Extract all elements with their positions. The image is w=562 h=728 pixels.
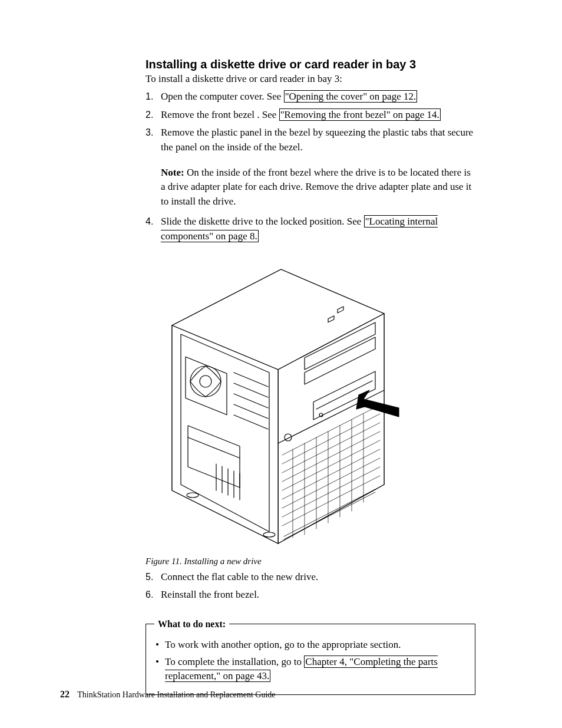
step-text: Reinstall the front bezel. <box>161 589 259 600</box>
nextbox-text: To complete the installation, go to <box>165 656 304 667</box>
document-page: Installing a diskette drive or card read… <box>0 0 562 728</box>
note-label: Note: <box>161 167 184 178</box>
intro-text: To install a diskette drive or card read… <box>146 73 475 86</box>
note-block: Note: On the inside of the front bezel w… <box>161 166 475 209</box>
step-text: Connect the flat cable to the new drive. <box>161 571 318 582</box>
step-number: 4. <box>146 215 153 228</box>
step-1: 1. Open the computer cover. See "Opening… <box>146 90 475 104</box>
page-content: Installing a diskette drive or card read… <box>146 58 475 695</box>
doc-title: ThinkStation Hardware Installation and R… <box>77 690 275 699</box>
step-number: 1. <box>146 90 153 103</box>
page-number: 22 <box>60 689 70 699</box>
procedure-list-continued: 5. Connect the flat cable to the new dri… <box>146 570 475 602</box>
step-2: 2. Remove the front bezel . See "Removin… <box>146 108 475 123</box>
step-text: Remove the front bezel . See <box>161 109 279 120</box>
step-5: 5. Connect the flat cable to the new dri… <box>146 570 475 585</box>
figure: Figure 11. Installing a new drive <box>146 255 475 566</box>
computer-tower-illustration <box>151 255 405 549</box>
step-number: 3. <box>146 126 153 139</box>
nextbox-item: To work with another option, go to the a… <box>154 638 467 653</box>
nextbox-text: To work with another option, go to the a… <box>165 639 401 650</box>
procedure-list: 1. Open the computer cover. See "Opening… <box>146 90 475 244</box>
step-number: 5. <box>146 570 153 584</box>
xref-opening-cover[interactable]: "Opening the cover" on page 12. <box>284 90 418 103</box>
nextbox-legend: What to do next: <box>154 619 229 630</box>
step-number: 6. <box>146 588 153 601</box>
step-6: 6. Reinstall the front bezel. <box>146 588 475 602</box>
step-number: 2. <box>146 108 153 121</box>
step-text: Slide the diskette drive to the locked p… <box>161 216 364 227</box>
nextbox-item: To complete the installation, go to Chap… <box>154 655 467 684</box>
step-text: Remove the plastic panel in the bezel by… <box>161 127 473 153</box>
step-text: Open the computer cover. See <box>161 91 284 102</box>
figure-caption: Figure 11. Installing a new drive <box>146 556 475 566</box>
nextbox-list: To work with another option, go to the a… <box>154 638 467 684</box>
xref-removing-bezel[interactable]: "Removing the front bezel" on page 14. <box>279 108 441 121</box>
page-footer: 22 ThinkStation Hardware Installation an… <box>60 689 276 700</box>
what-to-do-next-box: What to do next: To work with another op… <box>146 619 475 695</box>
step-3: 3. Remove the plastic panel in the bezel… <box>146 126 475 209</box>
note-text: On the inside of the front bezel where t… <box>161 167 471 207</box>
step-4: 4. Slide the diskette drive to the locke… <box>146 215 475 243</box>
section-heading: Installing a diskette drive or card read… <box>146 58 475 71</box>
